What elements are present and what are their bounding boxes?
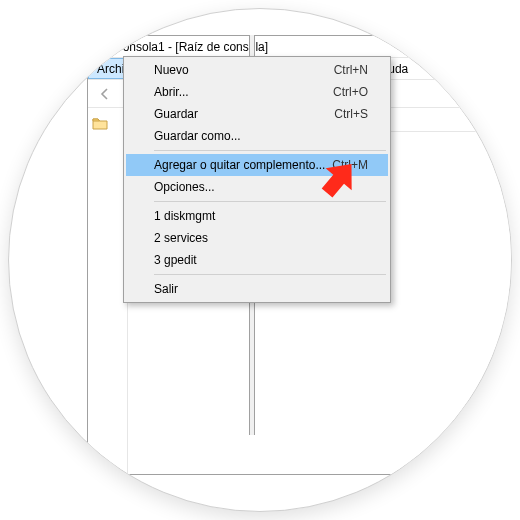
menu-separator	[154, 274, 386, 275]
menu-item-recent-3[interactable]: 3 gpedit	[126, 249, 388, 271]
mmc-icon	[92, 39, 108, 55]
window-title: Consola1 - [Raíz de consola]	[114, 40, 268, 54]
menu-item-recent-1[interactable]: 1 diskmgmt	[126, 205, 388, 227]
folder-icon[interactable]	[92, 119, 108, 133]
menu-separator	[154, 150, 386, 151]
tree-pane	[88, 110, 128, 474]
menu-item-guardar-como[interactable]: Guardar como...	[126, 125, 388, 147]
svg-rect-2	[96, 41, 104, 44]
back-button[interactable]	[94, 83, 116, 105]
menu-separator	[154, 201, 386, 202]
menu-item-agregar-complemento[interactable]: Agregar o quitar complemento... Ctrl+M	[126, 154, 388, 176]
svg-rect-0	[93, 43, 107, 52]
titlebar: Consola1 - [Raíz de consola]	[88, 36, 512, 58]
svg-rect-1	[95, 44, 106, 46]
menu-item-guardar[interactable]: Guardar Ctrl+S	[126, 103, 388, 125]
menu-item-abrir[interactable]: Abrir... Ctrl+O	[126, 81, 388, 103]
archivo-dropdown: Nuevo Ctrl+N Abrir... Ctrl+O Guardar Ctr…	[123, 56, 391, 303]
menu-item-salir[interactable]: Salir	[126, 278, 388, 300]
menu-item-nuevo[interactable]: Nuevo Ctrl+N	[126, 59, 388, 81]
menu-item-recent-2[interactable]: 2 services	[126, 227, 388, 249]
menu-item-opciones[interactable]: Opciones...	[126, 176, 388, 198]
